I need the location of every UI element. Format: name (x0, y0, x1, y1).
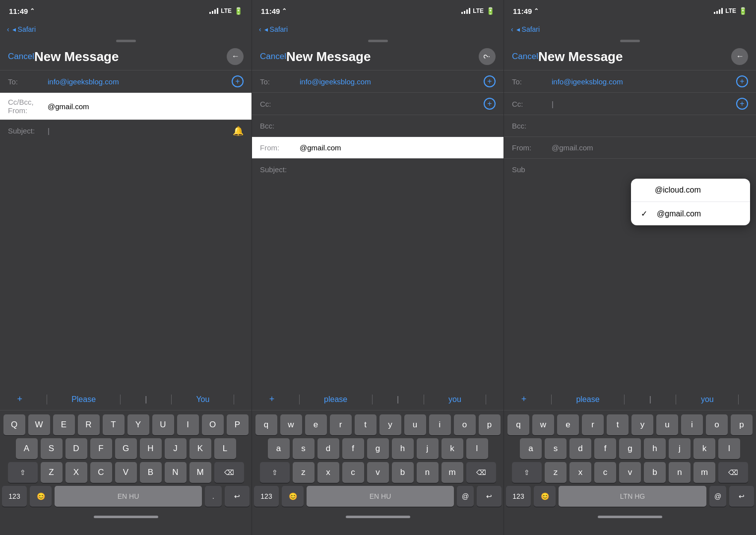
key-return-1[interactable]: ↩ (225, 486, 250, 507)
key-t-2[interactable]: t (355, 414, 377, 435)
key-X-1[interactable]: X (65, 462, 87, 483)
cc-add-button-3[interactable]: + (736, 98, 748, 110)
key-return-3[interactable]: ↩ (729, 486, 754, 507)
key-a-3[interactable]: a (520, 438, 542, 459)
cc-field-2[interactable]: Cc: + (252, 92, 504, 115)
key-u-3[interactable]: u (656, 414, 678, 435)
key-123-1[interactable]: 123 (2, 486, 27, 507)
key-delete-2[interactable]: ⌫ (466, 462, 496, 483)
key-S-1[interactable]: S (41, 438, 63, 459)
key-k-3[interactable]: k (693, 438, 715, 459)
key-N-1[interactable]: N (165, 462, 187, 483)
key-e-2[interactable]: e (305, 414, 327, 435)
key-123-2[interactable]: 123 (254, 486, 279, 507)
key-123-3[interactable]: 123 (506, 486, 531, 507)
key-l-3[interactable]: l (718, 438, 740, 459)
to-add-button-3[interactable]: + (736, 75, 748, 87)
ccbcc-field-1[interactable]: Cc/Bcc, From: @gmail.com (0, 92, 252, 120)
key-U-1[interactable]: U (152, 414, 174, 435)
key-shift-3[interactable]: ⇧ (512, 462, 542, 483)
key-F-1[interactable]: F (90, 438, 112, 459)
key-shift-1[interactable]: ⇧ (8, 462, 38, 483)
key-x-2[interactable]: x (317, 462, 339, 483)
key-M-1[interactable]: M (189, 462, 211, 483)
dropdown-gmail-item[interactable]: ✓ @gmail.com (631, 202, 750, 225)
cc-field-3[interactable]: Cc: | + (504, 92, 756, 115)
key-a-2[interactable]: a (268, 438, 290, 459)
key-space-2[interactable]: EN HU (307, 486, 454, 507)
cancel-button-3[interactable]: Cancel (512, 52, 538, 62)
key-return-2[interactable]: ↩ (477, 486, 502, 507)
plus-icon-1[interactable]: + (17, 394, 23, 404)
key-L-1[interactable]: L (214, 438, 236, 459)
key-Q-1[interactable]: Q (3, 414, 25, 435)
key-R-1[interactable]: R (78, 414, 100, 435)
to-add-button-2[interactable]: + (484, 75, 496, 87)
key-y-2[interactable]: y (379, 414, 401, 435)
cc-add-button-2[interactable]: + (484, 98, 496, 110)
key-s-3[interactable]: s (545, 438, 567, 459)
key-W-1[interactable]: W (28, 414, 50, 435)
key-m-2[interactable]: m (441, 462, 463, 483)
bcc-field-3[interactable]: Bcc: (504, 115, 756, 136)
safari-back-1[interactable]: ‹ ◂ Safari (7, 25, 36, 33)
key-j-3[interactable]: j (669, 438, 691, 459)
body-area-3[interactable] (504, 215, 756, 389)
key-H-1[interactable]: H (140, 438, 162, 459)
key-P-1[interactable]: P (227, 414, 249, 435)
to-field-2[interactable]: To: info@igeeksblog.com + (252, 70, 504, 92)
autocomplete-please-1[interactable]: Please (71, 395, 96, 404)
key-r-2[interactable]: r (330, 414, 352, 435)
key-e-3[interactable]: e (557, 414, 579, 435)
key-T-1[interactable]: T (103, 414, 125, 435)
cancel-button-2[interactable]: Cancel (260, 52, 286, 62)
key-d-3[interactable]: d (569, 438, 591, 459)
key-r-3[interactable]: r (582, 414, 604, 435)
autocomplete-you-3[interactable]: you (701, 395, 714, 404)
key-emoji-3[interactable]: 😊 (534, 486, 556, 507)
autocomplete-please-2[interactable]: please (324, 395, 347, 404)
key-b-2[interactable]: b (392, 462, 414, 483)
key-emoji-1[interactable]: 😊 (30, 486, 52, 507)
key-Y-1[interactable]: Y (127, 414, 149, 435)
key-f-2[interactable]: f (342, 438, 364, 459)
autocomplete-you-2[interactable]: you (448, 395, 461, 404)
key-delete-1[interactable]: ⌫ (214, 462, 244, 483)
key-delete-3[interactable]: ⌫ (718, 462, 748, 483)
key-b-3[interactable]: b (644, 462, 666, 483)
body-area-1[interactable] (0, 215, 252, 389)
key-h-2[interactable]: h (392, 438, 414, 459)
key-w-2[interactable]: w (280, 414, 302, 435)
key-m-3[interactable]: m (693, 462, 715, 483)
key-g-3[interactable]: g (619, 438, 641, 459)
key-o-3[interactable]: o (706, 414, 728, 435)
key-i-3[interactable]: i (681, 414, 703, 435)
from-field-3[interactable]: From: @gmail.com (504, 136, 756, 158)
to-add-button-1[interactable]: + (232, 75, 244, 87)
subject-field-2[interactable]: Subject: (252, 158, 504, 180)
key-Z-1[interactable]: Z (41, 462, 63, 483)
safari-back-3[interactable]: ‹ ◂ Safari (511, 25, 540, 33)
send-button-2[interactable]: ? (479, 48, 496, 65)
subject-field-3[interactable]: Sub (504, 158, 756, 180)
cancel-button-1[interactable]: Cancel (8, 52, 34, 62)
key-k-2[interactable]: k (441, 438, 463, 459)
key-q-3[interactable]: q (507, 414, 529, 435)
subject-field-1[interactable]: Subject: | 🔔 (0, 120, 252, 141)
from-field-2[interactable]: From: @gmail.com (252, 136, 504, 158)
key-n-3[interactable]: n (669, 462, 691, 483)
key-y-3[interactable]: y (631, 414, 653, 435)
key-space-3[interactable]: LTN HG (559, 486, 706, 507)
key-d-2[interactable]: d (317, 438, 339, 459)
send-button-3[interactable]: ↑ (731, 48, 748, 65)
key-i-2[interactable]: i (429, 414, 451, 435)
bcc-field-2[interactable]: Bcc: (252, 115, 504, 136)
key-G-1[interactable]: G (115, 438, 137, 459)
autocomplete-you-1[interactable]: You (196, 395, 209, 404)
key-at-2[interactable]: @ (457, 486, 474, 507)
key-emoji-2[interactable]: 😊 (282, 486, 304, 507)
body-area-2[interactable] (252, 215, 504, 389)
key-p-3[interactable]: p (731, 414, 753, 435)
send-button-1[interactable]: ↑ (227, 48, 244, 65)
key-j-2[interactable]: j (417, 438, 439, 459)
